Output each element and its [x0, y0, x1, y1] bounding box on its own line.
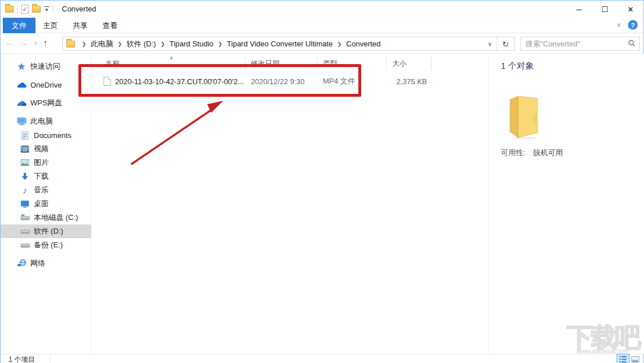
- sidebar-item-drive-e[interactable]: 备份 (E:): [1, 238, 91, 252]
- availability-row: 可用性: 脱机可用: [501, 148, 563, 158]
- location-folder-icon: [66, 41, 75, 48]
- divider: [17, 5, 18, 14]
- search-box: [520, 37, 640, 51]
- sidebar-item-videos[interactable]: 视频: [1, 142, 91, 156]
- breadcrumb-tipard-studio[interactable]: Tipard Studio: [167, 40, 216, 48]
- status-bar: 1 个项目: [1, 354, 643, 363]
- properties-icon[interactable]: [21, 5, 29, 14]
- sidebar-item-onedrive[interactable]: OneDrive: [1, 78, 91, 92]
- divider: [53, 5, 53, 14]
- file-date: 2020/12/22 9:30: [251, 77, 305, 86]
- sidebar-item-drive-c[interactable]: 本地磁盘 (C:): [1, 211, 91, 224]
- refresh-icon[interactable]: ↻: [497, 37, 514, 50]
- sidebar-item-desktop[interactable]: 桌面: [1, 197, 91, 211]
- column-divider[interactable]: [245, 57, 246, 70]
- file-list: ∧ 名称 修改日期 类型 大小 2020-11-03-10-42-37.CUT.…: [92, 54, 488, 354]
- sidebar-item-documents[interactable]: Documents: [1, 128, 91, 142]
- search-input[interactable]: [526, 40, 628, 48]
- tab-home[interactable]: 主页: [35, 18, 65, 33]
- help-icon[interactable]: ?: [628, 20, 638, 30]
- wps-cloud-icon: [17, 98, 26, 108]
- up-icon[interactable]: ↑: [44, 38, 48, 48]
- availability-label: 可用性:: [501, 148, 526, 157]
- close-button[interactable]: ✕: [618, 1, 643, 18]
- file-size: 2,375 KB: [355, 77, 427, 86]
- column-divider[interactable]: [317, 57, 318, 70]
- tab-file[interactable]: 文件: [3, 18, 35, 33]
- videos-film-icon: [20, 144, 30, 154]
- tab-share[interactable]: 共享: [65, 18, 95, 33]
- large-icons-view-button[interactable]: [629, 354, 641, 363]
- column-header-type[interactable]: 类型: [323, 56, 337, 71]
- title-bar: ▾ Converted ─ ☐ ✕: [1, 1, 643, 18]
- back-icon[interactable]: ←: [5, 38, 14, 48]
- file-type: MP4 文件: [323, 76, 355, 86]
- column-divider[interactable]: [431, 57, 432, 70]
- quick-access-toolbar: ▾: [5, 3, 53, 15]
- search-icon[interactable]: [628, 39, 635, 49]
- tab-view[interactable]: 查看: [95, 18, 125, 33]
- chevron-right-icon: ❯: [116, 41, 125, 47]
- column-divider[interactable]: [386, 57, 386, 70]
- downloads-arrow-icon: [20, 172, 30, 182]
- new-folder-icon[interactable]: [32, 6, 41, 13]
- chevron-right-icon: ❯: [80, 41, 89, 47]
- pictures-icon: [20, 158, 30, 168]
- ribbon-tab-bar: 文件 主页 共享 查看 ∨ ?: [1, 18, 643, 33]
- drive-c-icon: [20, 213, 30, 223]
- sidebar-item-this-pc[interactable]: 此电脑: [1, 115, 91, 128]
- file-name: 2020-11-03-10-42-37.CUT.00'07-00'2...: [115, 77, 244, 86]
- breadcrumb-drive-d[interactable]: 软件 (D:): [124, 39, 158, 49]
- navigation-pane: 快速访问 OneDrive WPS网盘 此电脑 Documents 视频: [1, 54, 92, 354]
- onedrive-cloud-icon: [17, 80, 26, 90]
- file-icon: [104, 77, 111, 86]
- open-folder-icon: [508, 93, 543, 140]
- music-note-icon: ♪: [20, 186, 30, 195]
- breadcrumb-converted[interactable]: Converted: [344, 40, 383, 48]
- details-pane: 1 个对象 可用性: 脱机可用: [488, 54, 644, 354]
- chevron-right-icon: ❯: [216, 41, 225, 47]
- sidebar-item-network[interactable]: 网络: [1, 257, 91, 270]
- breadcrumb: ❯ 此电脑 ❯ 软件 (D:) ❯ Tipard Studio ❯ Tipard…: [80, 39, 483, 49]
- sidebar-item-downloads[interactable]: 下载: [1, 169, 91, 183]
- sidebar-item-pictures[interactable]: 图片: [1, 156, 91, 169]
- maximize-button[interactable]: ☐: [592, 1, 618, 18]
- column-header-date[interactable]: 修改日期: [251, 56, 279, 71]
- window-title: Converted: [62, 5, 96, 13]
- drive-d-icon: [20, 227, 30, 236]
- customize-toolbar-icon[interactable]: ▾: [44, 6, 49, 13]
- item-count: 1 个项目: [9, 355, 35, 363]
- sort-ascending-icon: ∧: [169, 55, 173, 61]
- column-header-name[interactable]: 名称: [105, 56, 120, 71]
- sidebar-item-music[interactable]: ♪ 音乐: [1, 183, 91, 197]
- details-view-button[interactable]: [617, 354, 629, 363]
- this-pc-monitor-icon: [17, 117, 26, 127]
- minimize-button[interactable]: ─: [566, 1, 592, 18]
- breadcrumb-this-pc[interactable]: 此电脑: [89, 39, 116, 49]
- documents-icon: [20, 131, 30, 140]
- desktop-icon: [20, 199, 30, 209]
- sidebar-item-wps-cloud[interactable]: WPS网盘: [1, 96, 91, 110]
- divider: [50, 356, 50, 362]
- folder-icon[interactable]: [5, 6, 14, 13]
- file-row[interactable]: 2020-11-03-10-42-37.CUT.00'07-00'2... 20…: [92, 73, 435, 90]
- drive-e-icon: [20, 240, 30, 250]
- chevron-right-icon: ❯: [158, 41, 167, 47]
- recent-locations-icon[interactable]: ∨: [34, 40, 38, 46]
- sidebar-item-drive-d[interactable]: 软件 (D:): [1, 224, 91, 238]
- network-icon: [17, 259, 26, 269]
- sidebar-item-quick-access[interactable]: 快速访问: [1, 60, 91, 73]
- address-dropdown-icon[interactable]: ∨: [483, 37, 497, 50]
- availability-value: 脱机可用: [533, 148, 563, 157]
- address-row: ← → ∨ ↑ ❯ 此电脑 ❯ 软件 (D:) ❯ Tipard Studio …: [1, 33, 643, 54]
- address-bar[interactable]: ❯ 此电脑 ❯ 软件 (D:) ❯ Tipard Studio ❯ Tipard…: [62, 37, 515, 51]
- breadcrumb-tipard-vcu[interactable]: Tipard Video Converter Ultimate: [224, 40, 335, 48]
- explorer-window: ▾ Converted ─ ☐ ✕ 文件 主页 共享 查看 ∨ ? ← → ∨ …: [0, 0, 644, 363]
- chevron-right-icon: ❯: [335, 41, 344, 47]
- expand-ribbon-icon[interactable]: ∨: [617, 21, 621, 29]
- object-count: 1 个对象: [501, 61, 534, 72]
- column-header-size[interactable]: 大小: [392, 56, 406, 71]
- quick-access-star-icon: [17, 62, 26, 72]
- forward-icon[interactable]: →: [19, 38, 28, 48]
